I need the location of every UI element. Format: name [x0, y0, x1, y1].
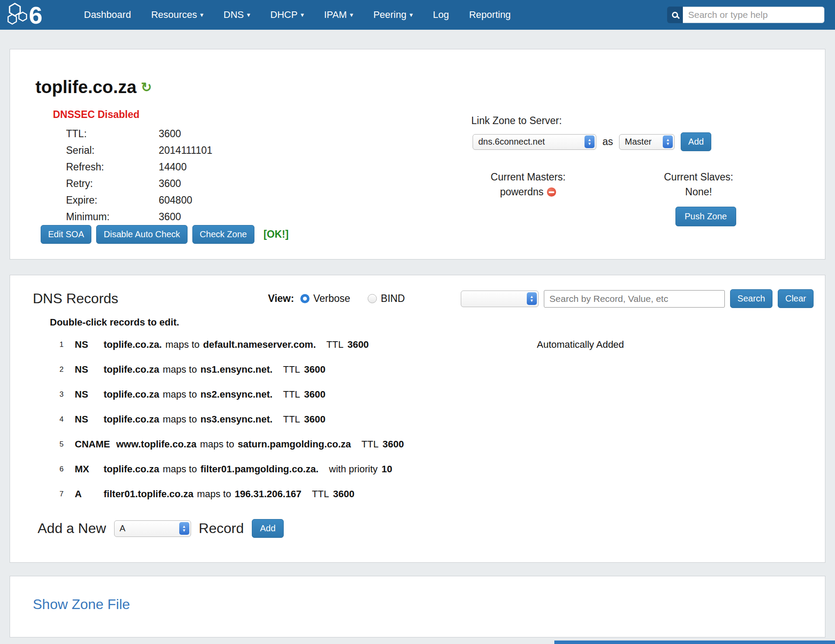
- link-zone-row: dns.6connect.net as Master Add: [473, 132, 815, 151]
- nav-item[interactable]: Resources▾: [151, 9, 204, 21]
- dns-record-list: 1 NS toplife.co.za. maps to default.name…: [59, 332, 812, 506]
- record-number: 6: [59, 465, 68, 474]
- nav-item[interactable]: Dashboard▾: [84, 9, 131, 21]
- chevron-down-icon: ▾: [247, 11, 250, 19]
- record-type: A: [75, 488, 97, 500]
- current-masters-label: Current Masters:: [460, 171, 596, 183]
- soa-label: Retry:: [66, 178, 159, 190]
- record-type: NS: [75, 339, 97, 350]
- record-value: ns3.ensync.net.: [200, 414, 272, 425]
- push-zone-button[interactable]: Push Zone: [675, 207, 736, 226]
- nav-item[interactable]: IPAM▾: [324, 9, 353, 21]
- logo[interactable]: 6: [6, 0, 63, 30]
- select-stepper-icon: [179, 522, 189, 535]
- check-zone-button[interactable]: Check Zone: [192, 225, 254, 244]
- record-connector: maps to: [163, 364, 197, 375]
- record-search-input[interactable]: [544, 290, 725, 308]
- edit-soa-button[interactable]: Edit SOA: [41, 225, 91, 244]
- record-tail-value: 10: [382, 464, 392, 475]
- record-type-select[interactable]: A: [114, 520, 191, 537]
- role-select-value: Master: [625, 137, 651, 147]
- role-select[interactable]: Master: [619, 134, 675, 150]
- soa-row: TTL: 3600: [66, 125, 212, 142]
- verbose-radio[interactable]: [300, 294, 310, 303]
- record-tail-label: TTL: [312, 488, 329, 500]
- zone-panel: toplife.co.za ↻ DNSSEC Disabled TTL: 360…: [10, 49, 825, 260]
- nav-item[interactable]: DNS▾: [223, 9, 250, 21]
- record-type: NS: [75, 389, 97, 400]
- record-type: MX: [75, 464, 97, 475]
- edit-hint: Double-click records to edit.: [50, 317, 179, 328]
- current-masters-value: powerdns: [500, 186, 544, 197]
- add-new-prefix: Add a New: [38, 520, 106, 537]
- nav-item[interactable]: Log▾: [433, 9, 449, 21]
- record-connector: maps to: [165, 339, 199, 350]
- record-number: 4: [59, 415, 68, 424]
- dns-record-row[interactable]: 7 A filter01.toplife.co.za maps to 196.3…: [59, 481, 812, 506]
- clear-button[interactable]: Clear: [778, 289, 814, 308]
- record-tail-value: 3600: [383, 439, 404, 450]
- search-button[interactable]: Search: [730, 289, 772, 308]
- soa-row: Serial: 2014111101: [66, 142, 212, 159]
- dns-record-row[interactable]: 6 MX toplife.co.za maps to filter01.pamg…: [59, 457, 812, 481]
- global-search-input[interactable]: [683, 7, 825, 23]
- show-zone-file-link[interactable]: Show Zone File: [33, 596, 130, 613]
- add-record-button[interactable]: Add: [252, 519, 284, 538]
- dns-record-row[interactable]: 2 NS toplife.co.za maps to ns1.ensync.ne…: [59, 357, 812, 382]
- dns-record-row[interactable]: 3 NS toplife.co.za maps to ns2.ensync.ne…: [59, 382, 812, 407]
- remove-master-icon[interactable]: [547, 187, 556, 197]
- record-tail-label: TTL: [283, 414, 300, 425]
- record-value: default.nameserver.com.: [203, 339, 316, 350]
- nav-item[interactable]: Reporting▾: [469, 9, 511, 21]
- soa-label: Minimum:: [66, 211, 159, 223]
- record-host: filter01.toplife.co.za: [104, 488, 193, 500]
- chevron-down-icon: ▾: [301, 11, 304, 19]
- add-record-row: Add a New A Record Add: [38, 519, 284, 538]
- verbose-radio-label[interactable]: Verbose: [313, 293, 350, 305]
- soa-row: Refresh: 14400: [66, 159, 212, 175]
- zone-actions: Edit SOA Disable Auto Check Check Zone […: [41, 225, 289, 244]
- select-stepper-icon: [527, 292, 537, 305]
- record-tail-value: 3600: [304, 389, 326, 400]
- dns-record-row[interactable]: 4 NS toplife.co.za maps to ns3.ensync.ne…: [59, 407, 812, 432]
- nav-item[interactable]: DHCP▾: [270, 9, 304, 21]
- nav-item[interactable]: Peering▾: [373, 9, 413, 21]
- record-filter-select[interactable]: [461, 291, 539, 307]
- dns-record-row[interactable]: 1 NS toplife.co.za. maps to default.name…: [59, 332, 812, 357]
- link-add-button[interactable]: Add: [681, 132, 711, 151]
- top-navbar: 6 Dashboard▾ Resources▾ DNS▾ DHCP▾ IPAM▾: [0, 0, 835, 30]
- record-number: 2: [59, 365, 68, 374]
- view-label: View:: [268, 293, 294, 305]
- record-type: NS: [75, 414, 97, 425]
- soa-value: 3600: [159, 178, 181, 190]
- record-value: ns2.ensync.net.: [200, 389, 272, 400]
- view-toggle-group: View: Verbose BIND: [268, 293, 405, 305]
- nav-item-label: Dashboard: [84, 9, 131, 20]
- record-value: 196.31.206.167: [235, 488, 302, 500]
- record-connector: maps to: [163, 464, 197, 475]
- disable-auto-check-button[interactable]: Disable Auto Check: [96, 225, 188, 244]
- search-icon[interactable]: [667, 7, 683, 23]
- current-slaves-value: None!: [642, 186, 755, 198]
- bind-radio[interactable]: [368, 294, 377, 303]
- nav-item-label: Reporting: [469, 9, 511, 20]
- chevron-down-icon: ▾: [410, 11, 413, 19]
- bind-radio-label[interactable]: BIND: [381, 293, 405, 305]
- nav-item-label: DNS: [223, 9, 244, 20]
- zone-title: toplife.co.za ↻: [35, 77, 152, 97]
- dns-record-row[interactable]: 5 CNAME www.toplife.co.za maps to saturn…: [59, 432, 812, 457]
- record-type-select-value: A: [120, 523, 125, 533]
- soa-table: TTL: 3600 Serial: 2014111101 Refresh: 14…: [66, 125, 212, 225]
- dns-records-panel: DNS Records View: Verbose BIND Search Cl…: [10, 275, 825, 563]
- footer-bar: [554, 641, 835, 644]
- record-tail-value: 3600: [348, 339, 369, 350]
- soa-value: 14400: [159, 161, 187, 173]
- record-connector: maps to: [197, 488, 231, 500]
- record-host: www.toplife.co.za: [116, 439, 197, 450]
- zone-name: toplife.co.za: [35, 77, 136, 97]
- server-select[interactable]: dns.6connect.net: [473, 134, 596, 150]
- chevron-down-icon: ▾: [200, 11, 204, 19]
- record-connector: maps to: [163, 414, 197, 425]
- record-tail-value: 3600: [304, 414, 326, 425]
- zone-refresh-icon[interactable]: ↻: [141, 80, 152, 95]
